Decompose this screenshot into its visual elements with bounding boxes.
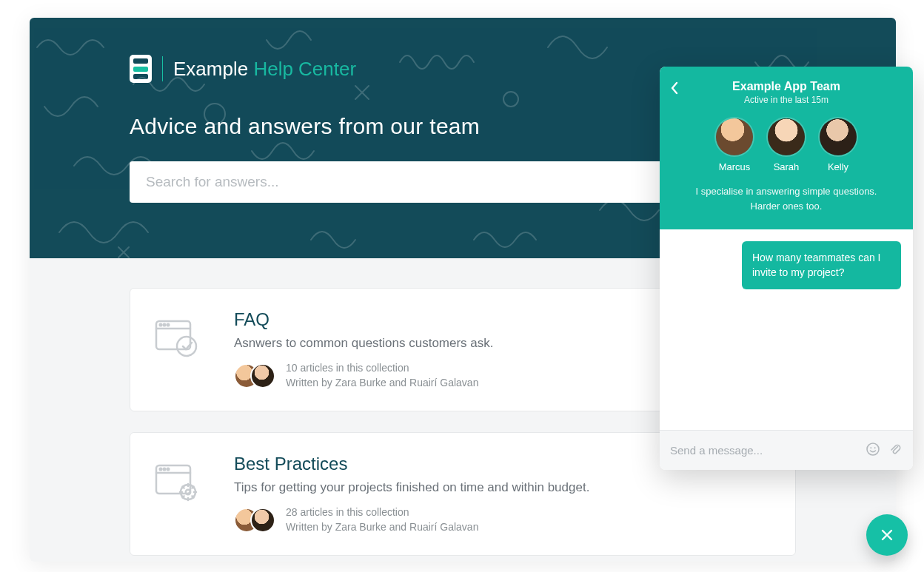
chat-subtitle: Active in the last 15m bbox=[672, 95, 901, 105]
smile-icon bbox=[866, 442, 880, 457]
svg-point-8 bbox=[177, 337, 196, 356]
chat-widget: Example App Team Active in the last 15m … bbox=[660, 67, 913, 470]
svg-point-11 bbox=[160, 468, 162, 471]
svg-point-12 bbox=[164, 468, 166, 471]
svg-point-5 bbox=[160, 324, 162, 326]
member-name: Kelly bbox=[828, 161, 848, 172]
byline: Written by Zara Burke and Ruairí Galavan bbox=[286, 520, 478, 535]
svg-point-1 bbox=[503, 92, 518, 107]
svg-point-15 bbox=[186, 490, 190, 494]
brand-section: Help Center bbox=[253, 58, 356, 80]
svg-point-24 bbox=[867, 443, 879, 455]
team-row: Marcus Sarah Kelly bbox=[672, 118, 901, 172]
brand-title: Example Help Center bbox=[173, 58, 356, 81]
svg-line-22 bbox=[192, 487, 193, 488]
faq-icon bbox=[154, 317, 201, 358]
chat-body[interactable]: How many teammates can I invite to my pr… bbox=[660, 229, 913, 430]
byline: Written by Zara Burke and Ruairí Galavan bbox=[286, 376, 478, 391]
author-avatars bbox=[234, 363, 275, 388]
byline-prefix: Written by bbox=[286, 377, 335, 388]
best-practices-icon bbox=[154, 461, 201, 502]
chat-message-outgoing: How many teammates can I invite to my pr… bbox=[742, 241, 901, 289]
brand-divider bbox=[162, 56, 163, 81]
card-meta: 28 articles in this collection Written b… bbox=[234, 505, 771, 534]
meta-text: 28 articles in this collection Written b… bbox=[286, 505, 478, 534]
brand-name: Example bbox=[173, 58, 248, 80]
author-avatars bbox=[234, 508, 275, 533]
chat-input-bar bbox=[660, 430, 913, 470]
emoji-button[interactable] bbox=[866, 442, 880, 460]
avatar bbox=[820, 118, 857, 155]
chat-header: Example App Team Active in the last 15m … bbox=[660, 67, 913, 229]
svg-point-7 bbox=[167, 324, 170, 326]
svg-point-26 bbox=[874, 447, 876, 448]
paperclip-icon bbox=[888, 442, 903, 457]
svg-line-20 bbox=[183, 487, 184, 488]
svg-line-23 bbox=[183, 497, 184, 498]
team-member[interactable]: Sarah bbox=[768, 118, 805, 172]
article-count: 10 articles in this collection bbox=[286, 361, 478, 376]
avatar bbox=[250, 508, 275, 533]
meta-text: 10 articles in this collection Written b… bbox=[286, 361, 478, 390]
svg-line-21 bbox=[192, 497, 193, 498]
article-count: 28 articles in this collection bbox=[286, 505, 478, 520]
member-name: Marcus bbox=[719, 161, 751, 172]
avatar bbox=[716, 118, 753, 155]
byline-author: Zara Burke bbox=[335, 521, 386, 533]
team-member[interactable]: Marcus bbox=[716, 118, 753, 172]
chevron-left-icon bbox=[670, 81, 679, 95]
brand-logo-icon bbox=[130, 55, 152, 83]
chat-close-fab[interactable] bbox=[866, 514, 908, 556]
member-name: Sarah bbox=[774, 161, 800, 172]
svg-point-6 bbox=[164, 324, 166, 326]
card-desc: Tips for getting your projects finished … bbox=[234, 480, 771, 495]
byline-mid: and bbox=[386, 377, 409, 388]
svg-point-13 bbox=[167, 468, 170, 471]
attach-button[interactable] bbox=[888, 442, 903, 460]
byline-author: Zara Burke bbox=[335, 377, 386, 388]
avatar bbox=[250, 363, 275, 388]
byline-mid: and bbox=[386, 521, 409, 533]
byline-prefix: Written by bbox=[286, 521, 335, 533]
avatar bbox=[768, 118, 805, 155]
chat-title: Example App Team bbox=[672, 80, 901, 93]
svg-point-25 bbox=[870, 447, 871, 448]
byline-author: Ruairí Galavan bbox=[409, 377, 478, 388]
byline-author: Ruairí Galavan bbox=[409, 521, 478, 533]
team-member[interactable]: Kelly bbox=[820, 118, 857, 172]
chat-blurb: I specialise in answering simple questio… bbox=[672, 184, 901, 213]
close-icon bbox=[879, 527, 895, 543]
chat-message-input[interactable] bbox=[670, 444, 858, 457]
